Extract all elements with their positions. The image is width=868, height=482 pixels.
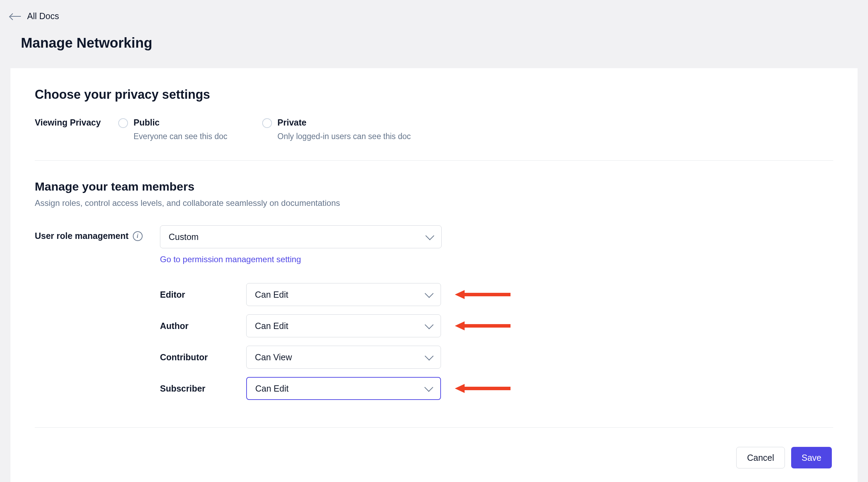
annotation-arrow-icon <box>455 321 511 331</box>
contributor-permission-value: Can View <box>255 352 292 362</box>
annotation-arrow-icon <box>455 289 511 300</box>
back-link-label: All Docs <box>27 11 59 21</box>
svg-marker-3 <box>455 321 465 330</box>
back-link[interactable]: All Docs <box>10 11 59 21</box>
arrow-left-icon <box>10 16 21 17</box>
cancel-button[interactable]: Cancel <box>736 447 785 468</box>
svg-marker-1 <box>455 290 465 299</box>
role-label-subscriber: Subscriber <box>160 384 246 394</box>
chevron-down-icon <box>424 383 433 392</box>
save-button-label: Save <box>802 453 821 463</box>
chevron-down-icon <box>425 231 434 240</box>
section-divider <box>35 427 833 428</box>
subscriber-permission-select[interactable]: Can Edit <box>246 377 441 400</box>
contributor-permission-select[interactable]: Can View <box>246 346 441 369</box>
info-icon[interactable]: i <box>133 231 143 241</box>
role-management-select[interactable]: Custom <box>160 225 442 248</box>
privacy-private-desc: Only logged-in users can see this doc <box>278 132 411 141</box>
role-management-value: Custom <box>169 232 199 242</box>
radio-icon[interactable] <box>118 118 128 128</box>
role-label-author: Author <box>160 321 246 331</box>
privacy-option-private[interactable]: Private Only logged-in users can see thi… <box>262 118 411 141</box>
role-label-contributor: Contributor <box>160 352 246 362</box>
page-title: Manage Networking <box>21 35 858 51</box>
chevron-down-icon <box>425 352 433 360</box>
radio-icon[interactable] <box>262 118 272 128</box>
role-label-editor: Editor <box>160 290 246 300</box>
privacy-public-desc: Everyone can see this doc <box>134 132 227 141</box>
save-button[interactable]: Save <box>791 447 832 468</box>
svg-marker-5 <box>455 384 465 393</box>
settings-card: Choose your privacy settings Viewing Pri… <box>10 68 858 482</box>
privacy-section-title: Choose your privacy settings <box>35 87 833 102</box>
privacy-option-public[interactable]: Public Everyone can see this doc <box>118 118 227 141</box>
subscriber-permission-value: Can Edit <box>255 384 289 394</box>
chevron-down-icon <box>425 289 433 298</box>
chevron-down-icon <box>425 320 433 329</box>
team-section-title: Manage your team members <box>35 180 833 193</box>
viewing-privacy-label: Viewing Privacy <box>35 118 118 128</box>
section-divider <box>35 160 833 161</box>
permission-settings-link[interactable]: Go to permission management setting <box>160 255 511 264</box>
privacy-public-title: Public <box>134 118 227 128</box>
annotation-arrow-icon <box>455 383 511 394</box>
editor-permission-value: Can Edit <box>255 290 288 300</box>
author-permission-value: Can Edit <box>255 321 288 331</box>
team-section-subtitle: Assign roles, control access levels, and… <box>35 198 833 208</box>
author-permission-select[interactable]: Can Edit <box>246 314 441 337</box>
user-role-management-label: User role management <box>35 231 129 241</box>
privacy-private-title: Private <box>278 118 411 128</box>
editor-permission-select[interactable]: Can Edit <box>246 283 441 306</box>
cancel-button-label: Cancel <box>747 453 774 463</box>
